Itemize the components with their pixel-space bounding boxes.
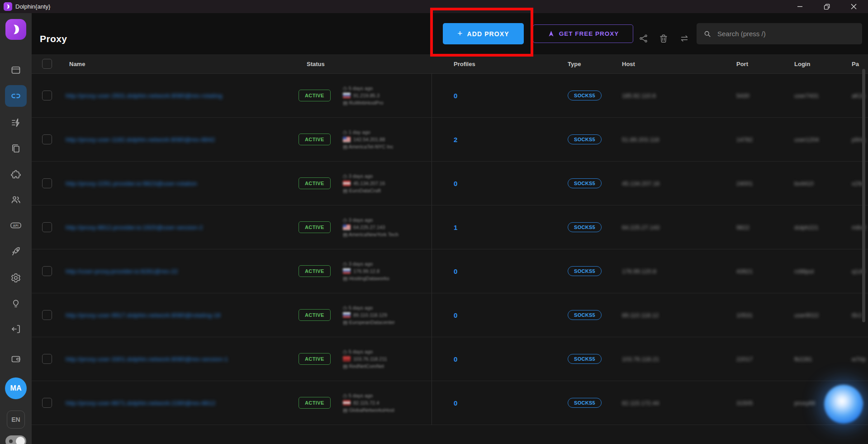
vertical-scrollbar-thumb[interactable] — [862, 69, 865, 322]
sidebar-item-logout[interactable] — [5, 318, 27, 340]
status-badge: ACTIVE — [299, 134, 331, 145]
proxy-name-link[interactable]: http://proxy-user-1182.dolphin.network:8… — [66, 136, 215, 143]
row-checkbox[interactable] — [42, 354, 52, 364]
profiles-count[interactable]: 0 — [454, 92, 457, 100]
login-value: user9022 — [794, 312, 819, 319]
proxy-type-badge: SOCKS5 — [568, 134, 602, 144]
proxy-row: http://proxy-8812.provider.io:1920@user-… — [32, 205, 868, 249]
col-header-geo — [335, 54, 432, 73]
sidebar-item-help[interactable] — [5, 292, 27, 314]
proxy-name-link[interactable]: http://proxy-user-9917.dolphin.network:8… — [66, 312, 220, 319]
country-flag-icon — [343, 312, 351, 318]
sidebar-item-extensions[interactable] — [5, 164, 27, 186]
get-free-proxy-button[interactable]: GET FREE PROXY — [533, 24, 633, 43]
gear-icon — [10, 272, 21, 283]
host-value: 64.225.27.143 — [622, 224, 659, 231]
select-all-checkbox[interactable] — [42, 59, 52, 69]
sidebar-item-settings[interactable] — [5, 267, 27, 289]
profiles-count[interactable]: 0 — [454, 399, 457, 407]
profiles-count[interactable]: 2 — [454, 136, 457, 143]
row-checkbox[interactable] — [42, 310, 52, 320]
row-checkbox[interactable] — [42, 91, 52, 100]
row-checkbox[interactable] — [42, 398, 52, 408]
proxy-name-link[interactable]: http://proxy-user-6671.dolphin.network:2… — [66, 400, 215, 406]
row-checkbox[interactable] — [42, 134, 52, 144]
provider-text: ▤ AmericaNewYork Tech — [343, 232, 398, 238]
close-button[interactable] — [843, 0, 864, 13]
login-value: proxy88 — [794, 400, 815, 406]
language-button[interactable]: EN — [7, 411, 25, 429]
proxy-name-link[interactable]: http://proxy-2291.provider.io:9823@user-… — [66, 180, 197, 187]
table-header: NameStatusProfilesTypeHostPortLoginPa — [32, 54, 868, 74]
svg-text:API: API — [13, 224, 19, 227]
port-value: 5430 — [736, 92, 749, 99]
status-badge: ACTIVE — [299, 265, 331, 277]
chat-support-button[interactable] — [824, 385, 863, 424]
sidebar-item-boost[interactable] — [5, 241, 27, 263]
last-check-text: ◷ 5 days ago — [343, 393, 373, 399]
profiles-count[interactable]: 0 — [454, 267, 457, 275]
status-badge: ACTIVE — [299, 309, 331, 321]
sidebar-item-automation[interactable] — [5, 112, 27, 134]
search-input[interactable] — [716, 29, 852, 38]
share-icon[interactable] — [636, 30, 652, 47]
port-value: 43921 — [736, 268, 753, 275]
app-logo-icon — [4, 2, 12, 11]
proxy-name-link[interactable]: http://proxy-8812.provider.io:1920@user-… — [66, 224, 203, 231]
login-value: fb2281 — [794, 356, 812, 363]
theme-toggle[interactable] — [5, 435, 26, 444]
row-checkbox[interactable] — [42, 266, 52, 276]
proxy-name-link[interactable]: http://proxy-user-2931.dolphin.network:8… — [66, 92, 222, 99]
last-check-text: ◷ 3 days ago — [343, 173, 373, 179]
profiles-count[interactable]: 0 — [454, 311, 457, 319]
last-check-text: ◷ 5 days ago — [343, 86, 373, 91]
transfer-icon[interactable] — [676, 30, 693, 47]
col-header-host: Host — [608, 54, 724, 73]
sidebar-item-browsers[interactable] — [5, 59, 27, 81]
proxy-name-link[interactable]: http://proxy-user-3301.dolphin.network:8… — [66, 356, 228, 363]
host-value: 45.134.207.16 — [622, 180, 659, 187]
status-badge: ACTIVE — [299, 177, 331, 189]
last-check-text: ◷ 1 day ago — [343, 129, 370, 135]
last-check-text: ◷ 5 days ago — [343, 349, 373, 355]
login-value: user7431 — [794, 92, 819, 99]
row-checkbox[interactable] — [42, 178, 52, 188]
provider-text: ▤ EuropeanDatacenter — [343, 320, 395, 325]
login-value: user1204 — [794, 136, 819, 143]
provider-text: ▤ HostingDataworks — [343, 276, 389, 282]
sidebar-item-proxy[interactable] — [5, 85, 27, 107]
main-content: Proxy + ADD PROXY GET FREE PROXY NameSta… — [32, 13, 868, 444]
app-window: Dolphin{anty} — [0, 0, 868, 444]
sidebar-item-bookmarks[interactable] — [5, 138, 27, 159]
row-checkbox[interactable] — [42, 222, 52, 232]
api-icon: API — [9, 220, 22, 231]
host-value: 185.92.110.6 — [622, 92, 656, 99]
proxy-type-badge: SOCKS5 — [568, 398, 602, 408]
country-flag-icon — [343, 181, 351, 186]
sidebar-item-api[interactable]: API — [5, 215, 27, 236]
last-check-text: ◷ 5 days ago — [343, 305, 373, 311]
proxy-name-link[interactable]: http://user-proxy.provider.io:8281@res-2… — [66, 268, 178, 275]
external-ip-text: 103.76.118.211 — [353, 356, 387, 362]
country-flag-icon — [343, 268, 351, 274]
link-icon — [10, 90, 22, 102]
profiles-count[interactable]: 1 — [454, 224, 457, 231]
profiles-count[interactable]: 0 — [454, 355, 457, 363]
login-value: rz88put — [794, 268, 814, 275]
proxy-row: http://proxy-user-3301.dolphin.network:8… — [32, 337, 868, 381]
password-value: t5r2 — [852, 312, 862, 319]
col-header-profiles: Profiles — [432, 54, 538, 73]
sidebar-item-wallet[interactable] — [5, 348, 27, 370]
sidebar-item-team[interactable] — [5, 189, 27, 210]
dolphin-logo[interactable] — [5, 19, 26, 40]
trash-icon[interactable] — [655, 30, 672, 47]
restore-button[interactable] — [816, 0, 837, 13]
external-ip-text: 82.115.72.4 — [353, 400, 379, 406]
profiles-count[interactable]: 0 — [454, 180, 457, 187]
minimize-button[interactable] — [789, 0, 810, 13]
user-avatar[interactable]: MA — [5, 377, 27, 399]
external-ip-text: 91.219.85.3 — [353, 93, 379, 99]
external-ip-text: 45.134.207.16 — [353, 181, 385, 186]
search-box[interactable] — [697, 23, 862, 44]
geo-cell: ◷ 5 days ago82.115.72.4▤ GlobalNetworksH… — [335, 381, 432, 425]
